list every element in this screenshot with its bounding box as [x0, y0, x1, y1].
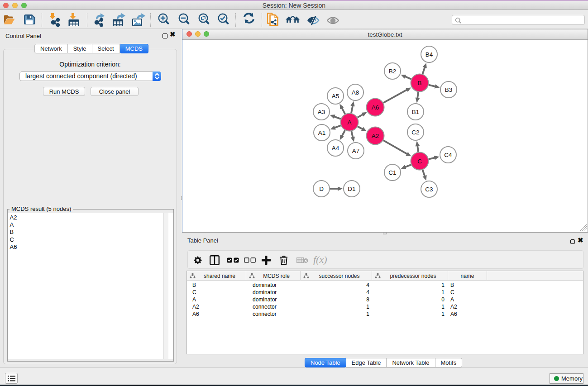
- svg-text:C1: C1: [388, 169, 396, 176]
- svg-text:D1: D1: [348, 186, 355, 192]
- svg-text:A6: A6: [372, 104, 379, 111]
- svg-text:C3: C3: [425, 186, 433, 193]
- svg-text:A: A: [347, 119, 351, 126]
- svg-text:A7: A7: [352, 148, 360, 154]
- svg-text:A8: A8: [352, 89, 359, 96]
- svg-text:A2: A2: [372, 133, 379, 139]
- svg-text:C4: C4: [444, 152, 452, 158]
- svg-text:A3: A3: [318, 109, 325, 115]
- svg-text:D: D: [319, 186, 324, 192]
- svg-text:B1: B1: [412, 109, 420, 115]
- svg-text:B3: B3: [445, 86, 453, 93]
- svg-text:B4: B4: [425, 51, 433, 58]
- svg-text:C2: C2: [411, 129, 419, 136]
- svg-text:A4: A4: [332, 145, 339, 152]
- svg-text:C: C: [417, 158, 422, 165]
- svg-text:A1: A1: [318, 129, 326, 136]
- svg-text:B2: B2: [389, 68, 397, 75]
- svg-text:B: B: [417, 80, 421, 86]
- svg-text:A5: A5: [332, 93, 339, 100]
